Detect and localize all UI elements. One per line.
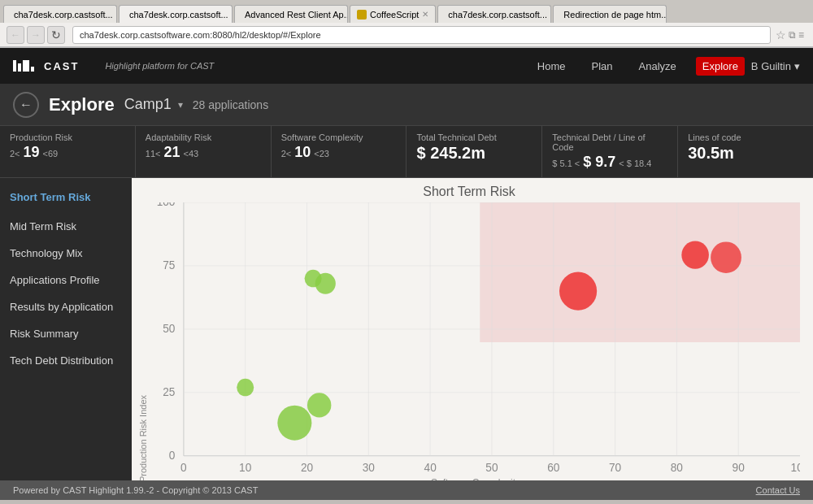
menu-icon[interactable]: ≡ (798, 29, 804, 41)
tab-icon-3 (357, 10, 367, 20)
logo-bar-3 (23, 60, 29, 72)
logo-bars (13, 60, 36, 72)
metric-value-0: 19 (24, 144, 40, 161)
metric-value-1: 21 (164, 144, 180, 161)
sidebar-item-technology-mix[interactable]: Technology Mix (0, 240, 132, 267)
camp-dropdown-icon[interactable]: ▾ (178, 99, 183, 111)
footer: Powered by CAST Highlight 1.99.-2 - Copy… (0, 480, 813, 500)
window-icon: ⧉ (789, 29, 796, 41)
metric-range-low-0: 2< (10, 149, 20, 159)
logo: CAST (13, 60, 79, 72)
chart-inner: 100 75 50 25 0 0 10 (151, 202, 800, 480)
tab-3[interactable]: CoffeeScript ✕ (350, 5, 436, 23)
explore-title: Explore (49, 94, 115, 115)
tab-close-1[interactable]: ✕ (232, 10, 233, 19)
metric-range-high-1: <43 (184, 149, 199, 159)
metric-lines-of-code: Lines of code 30.5m (678, 126, 813, 177)
x-tick-60: 60 (547, 461, 559, 474)
back-button[interactable]: ← (7, 26, 24, 44)
shaded-region-right (480, 202, 800, 342)
top-nav: CAST Highlight platform for CAST Home Pl… (0, 48, 813, 84)
tab-1[interactable]: cha7desk.corp.castsoft... ✕ (119, 5, 233, 23)
chart-area: Short Term Risk Production Risk Index (132, 178, 813, 480)
chart-svg: 100 75 50 25 0 0 10 (151, 202, 800, 480)
metric-label-4: Technical Debt / Line of Code (552, 133, 667, 152)
sidebar: Short Term Risk Mid Term Risk Technology… (0, 178, 132, 480)
metric-label-5: Lines of code (688, 133, 803, 142)
x-tick-0: 0 (180, 461, 187, 474)
x-tick-50: 50 (485, 461, 498, 474)
bookmark-icon[interactable]: ☆ (776, 28, 786, 41)
x-tick-20: 20 (301, 461, 313, 474)
sidebar-item-risk-summary[interactable]: Risk Summary (0, 320, 132, 347)
sidebar-item-tech-debt-distribution[interactable]: Tech Debt Distribution (0, 347, 132, 374)
tab-label-3: CoffeeScript (370, 10, 419, 20)
user-menu[interactable]: B Guiltin ▾ (751, 60, 800, 72)
logo-subtitle: Highlight platform for CAST (105, 61, 530, 71)
reload-button[interactable]: ↻ (47, 26, 65, 44)
bubble-2 (307, 393, 331, 417)
nav-analyze[interactable]: Analyze (633, 57, 683, 76)
tab-close-4[interactable]: ✕ (550, 10, 551, 19)
metric-label-0: Production Risk (10, 133, 125, 142)
metric-adaptability-risk: Adaptability Risk 11< 21 <43 (136, 126, 272, 177)
sidebar-item-applications-profile[interactable]: Applications Profile (0, 267, 132, 293)
app: CAST Highlight platform for CAST Home Pl… (0, 48, 813, 480)
x-tick-90: 90 (733, 461, 745, 474)
footer-contact[interactable]: Contact Us (756, 485, 800, 495)
logo-bar-1 (13, 60, 16, 72)
sidebar-item-results-by-application[interactable]: Results by Application (0, 293, 132, 320)
tab-close-3[interactable]: ✕ (422, 10, 428, 19)
back-button[interactable]: ← (13, 92, 39, 118)
metric-value-4: $ 9.7 (583, 154, 615, 171)
y-tick-75: 75 (163, 259, 175, 272)
nav-plan[interactable]: Plan (585, 57, 620, 76)
main-content: Short Term Risk Mid Term Risk Technology… (0, 178, 813, 480)
logo-bar-4 (31, 67, 34, 72)
logo-text: CAST (44, 60, 79, 72)
address-input[interactable] (72, 26, 771, 44)
metric-value-3: $ 245.2m (416, 144, 485, 162)
metric-range-low-2: 2< (281, 149, 292, 159)
x-tick-80: 80 (671, 461, 683, 474)
address-bar-row: ← → ↻ ☆ ⧉ ≡ (0, 23, 813, 47)
tab-label-2: Advanced Rest Client Ap... (245, 10, 348, 20)
metric-range-high-2: <23 (314, 149, 329, 159)
tab-4[interactable]: cha7desk.corp.castsoft... ✕ (437, 5, 551, 23)
y-tick-100: 100 (157, 202, 176, 208)
tab-5[interactable]: Redirection de page htm... ✕ (553, 5, 667, 23)
x-tick-10: 10 (239, 461, 251, 474)
footer-copyright: Powered by CAST Highlight 1.99.-2 - Copy… (13, 485, 258, 495)
bubble-7 (711, 241, 741, 273)
x-tick-70: 70 (609, 461, 621, 474)
x-tick-40: 40 (424, 461, 437, 474)
metric-total-tech-debt: Total Technical Debt $ 245.2m (406, 126, 542, 177)
tab-label-4: cha7desk.corp.castsoft... (448, 10, 547, 20)
nav-explore[interactable]: Explore (696, 57, 745, 76)
metric-range-low-4: $ 5.1 < (552, 159, 580, 168)
tab-close-0[interactable]: ✕ (116, 10, 117, 19)
nav-home[interactable]: Home (531, 57, 572, 76)
tab-2[interactable]: Advanced Rest Client Ap... ✕ (234, 5, 348, 23)
user-name: B Guiltin (751, 60, 791, 72)
metric-tech-debt-loc: Technical Debt / Line of Code $ 5.1 < $ … (542, 126, 678, 177)
metric-production-risk: Production Risk 2< 19 <69 (0, 126, 136, 177)
metric-value-5: 30.5m (688, 144, 734, 162)
x-tick-30: 30 (363, 461, 375, 474)
app-count: 28 applications (193, 98, 268, 111)
tab-0[interactable]: cha7desk.corp.castsoft... ✕ (3, 5, 117, 23)
bubble-0 (237, 379, 254, 397)
y-tick-0: 0 (169, 449, 176, 462)
sidebar-header: Short Term Risk (0, 185, 132, 210)
explore-header: ← Explore Camp1 ▾ 28 applications (0, 84, 813, 126)
forward-button[interactable]: → (27, 26, 45, 44)
bubble-4 (315, 273, 336, 294)
sidebar-item-mid-term-risk[interactable]: Mid Term Risk (0, 213, 132, 240)
camp-name: Camp1 (124, 96, 172, 113)
metric-label-2: Software Complexity (281, 133, 397, 142)
tab-label-5: Redirection de page htm... (563, 10, 667, 20)
chart-title: Short Term Risk (138, 185, 800, 199)
browser-chrome: cha7desk.corp.castsoft... ✕ cha7desk.cor… (0, 0, 813, 48)
metric-label-1: Adaptability Risk (146, 133, 261, 142)
tab-label-0: cha7desk.corp.castsoft... (14, 10, 113, 20)
